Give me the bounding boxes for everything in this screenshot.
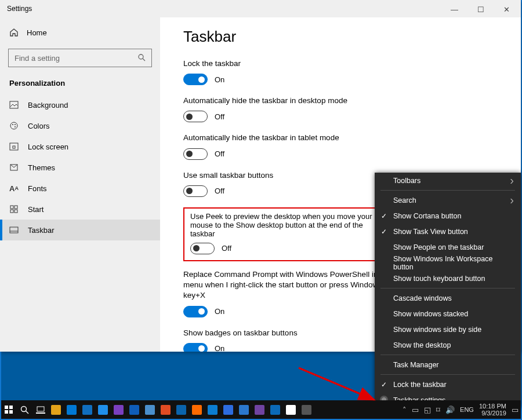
search-button[interactable]	[17, 400, 32, 419]
svg-point-5	[14, 124, 16, 125]
app-icon[interactable]	[252, 400, 267, 419]
svg-rect-23	[36, 412, 45, 414]
context-menu-item[interactable]: Cascade windows	[375, 290, 521, 306]
svg-point-20	[21, 406, 27, 411]
context-menu-item[interactable]: Toolbars	[375, 173, 521, 188]
category-header: Personalization	[0, 75, 160, 94]
tray-language[interactable]: ENG	[460, 406, 474, 413]
context-menu-item[interactable]: Search	[375, 192, 521, 208]
maximize-button[interactable]: ☐	[467, 1, 494, 17]
svg-point-3	[10, 122, 17, 129]
toggle-switch[interactable]	[183, 148, 208, 160]
context-menu-item[interactable]: Show Cortana button	[375, 208, 521, 224]
sidebar-item-start[interactable]: Start	[0, 199, 160, 220]
app-icon[interactable]	[220, 400, 236, 419]
app-icon[interactable]	[48, 400, 64, 419]
app-icon[interactable]	[236, 400, 252, 419]
notifications-icon[interactable]: ▭	[512, 406, 519, 414]
svg-line-1	[143, 59, 145, 61]
sidebar: Home Find a setting Personalization Back…	[0, 17, 160, 352]
home-link[interactable]: Home	[0, 23, 160, 42]
app-icon[interactable]	[111, 400, 126, 419]
svg-rect-16	[5, 406, 8, 409]
system-tray[interactable]: ˄ ▭ ◱ ⌑ 🔊 ENG 10:18 PM 9/3/2019 ▭	[403, 400, 519, 419]
svg-rect-17	[9, 406, 13, 409]
setting-label: Use small taskbar buttons	[183, 170, 392, 181]
app-icon[interactable]	[267, 400, 283, 419]
clock[interactable]: 10:18 PM 9/3/2019	[479, 403, 506, 417]
context-menu-item[interactable]: Task Manager	[375, 357, 521, 372]
svg-point-0	[139, 54, 143, 59]
svg-rect-19	[9, 410, 13, 414]
svg-rect-10	[10, 206, 13, 209]
start-button[interactable]	[1, 400, 17, 419]
svg-point-6	[14, 126, 16, 127]
picture-icon	[9, 100, 19, 109]
minimize-button[interactable]: —	[441, 1, 467, 17]
context-menu-item[interactable]: Show windows side by side	[375, 322, 521, 337]
context-menu-item[interactable]: Show windows stacked	[375, 306, 521, 322]
tray-time: 10:18 PM	[479, 403, 506, 410]
taskbar-icon	[9, 225, 19, 235]
title-text: Settings	[7, 5, 32, 13]
palette-icon	[9, 121, 19, 130]
app-icon[interactable]	[64, 400, 79, 419]
setting-label: Lock the taskbar	[183, 59, 392, 69]
setting-option: Show badges on taskbar buttonsOn	[183, 328, 392, 352]
app-icon[interactable]	[95, 400, 111, 419]
app-icon[interactable]	[205, 400, 220, 419]
toggle-switch[interactable]	[183, 306, 208, 317]
app-icon[interactable]	[158, 400, 173, 419]
close-button[interactable]: ✕	[494, 1, 520, 17]
lockscreen-icon	[9, 142, 19, 151]
context-menu-item[interactable]: Show the desktop	[375, 337, 521, 353]
svg-rect-11	[14, 206, 17, 209]
app-icon[interactable]	[79, 400, 95, 419]
sidebar-item-themes[interactable]: Themes	[0, 157, 160, 178]
context-menu-item[interactable]: Show Task View button	[375, 224, 521, 239]
tray-date: 9/3/2019	[479, 410, 506, 417]
toggle-switch[interactable]	[183, 185, 208, 197]
sidebar-item-background[interactable]: Background	[0, 94, 160, 115]
app-icon[interactable]	[189, 400, 205, 419]
sidebar-item-lockscreen[interactable]: Lock screen	[0, 136, 160, 157]
toggle-value: Off	[215, 187, 224, 195]
toggle-switch[interactable]	[183, 111, 208, 122]
setting-option: Automatically hide the taskbar in tablet…	[183, 133, 392, 159]
setting-option: Lock the taskbarOn	[183, 59, 392, 85]
sidebar-item-colors[interactable]: Colors	[0, 115, 160, 136]
page-title: Taskbar	[183, 28, 498, 46]
titlebar: Settings — ☐ ✕	[0, 0, 521, 17]
tray-chevron-icon[interactable]: ˄	[403, 406, 407, 414]
start-icon	[9, 204, 19, 214]
taskbar-context-menu: ToolbarsSearchShow Cortana buttonShow Ta…	[375, 173, 521, 408]
menu-separator	[380, 374, 515, 375]
context-menu-item[interactable]: Show Windows Ink Workspace button	[375, 255, 521, 271]
app-icon[interactable]	[142, 400, 158, 419]
sound-icon[interactable]: 🔊	[445, 406, 455, 414]
cast-icon[interactable]: ⌑	[436, 406, 440, 414]
sidebar-item-taskbar[interactable]: Taskbar	[0, 220, 160, 240]
network-icon[interactable]: ◱	[424, 406, 431, 414]
home-icon	[9, 28, 19, 37]
app-icon[interactable]	[126, 400, 142, 419]
context-menu-item[interactable]: Lock the taskbar	[375, 377, 521, 392]
setting-option: Replace Command Prompt with Windows Powe…	[183, 269, 392, 317]
search-input[interactable]: Find a setting	[8, 49, 152, 67]
toggle-switch[interactable]	[183, 343, 208, 352]
sidebar-item-fonts[interactable]: AA Fonts	[0, 178, 160, 199]
menu-separator	[380, 288, 515, 288]
search-placeholder: Find a setting	[14, 54, 60, 63]
toggle-switch[interactable]	[183, 74, 208, 85]
sidebar-item-label: Colors	[28, 122, 50, 130]
context-menu-item[interactable]: Show touch keyboard button	[375, 271, 521, 286]
context-menu-item[interactable]: Show People on the taskbar	[375, 239, 521, 255]
toggle-switch[interactable]	[190, 243, 215, 254]
app-icon[interactable]	[173, 400, 189, 419]
svg-rect-14	[10, 227, 18, 233]
battery-icon[interactable]: ▭	[412, 406, 419, 414]
home-label: Home	[27, 28, 47, 37]
svg-rect-13	[14, 210, 17, 213]
taskview-button[interactable]	[32, 400, 48, 419]
sidebar-item-label: Taskbar	[28, 226, 55, 235]
